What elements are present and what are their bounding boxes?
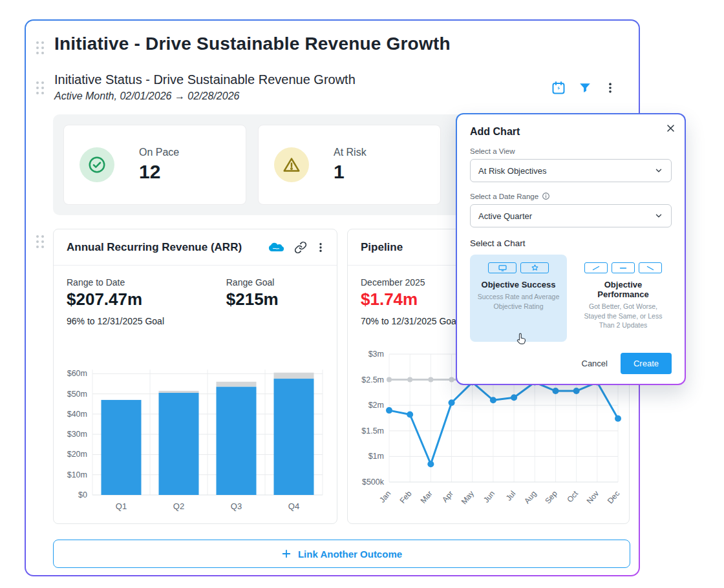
svg-text:$40m: $40m <box>67 410 87 419</box>
info-icon <box>542 192 550 200</box>
add-chart-modal: Add Chart Select a View At Risk Objectiv… <box>456 113 686 385</box>
view-select[interactable]: At Risk Objectives <box>470 159 672 182</box>
svg-text:$30m: $30m <box>67 430 87 439</box>
trend-down-thumb-icon <box>639 262 662 273</box>
svg-text:Feb: Feb <box>398 489 413 505</box>
filter-button[interactable] <box>578 81 592 95</box>
drag-handle[interactable] <box>36 41 44 54</box>
kebab-menu-icon <box>315 241 326 254</box>
view-select-value: At Risk Objectives <box>478 166 546 176</box>
svg-text:Q4: Q4 <box>288 501 299 511</box>
chevron-down-icon <box>654 211 663 220</box>
svg-text:May: May <box>460 489 476 506</box>
svg-text:$500k: $500k <box>362 478 385 487</box>
section-date-range: Active Month, 02/01/2026 → 02/28/2026 <box>54 90 239 102</box>
range-goal-value: $215m <box>226 289 324 310</box>
svg-text:Dec: Dec <box>606 489 621 505</box>
link-another-outcome-button[interactable]: Link Another Outcome <box>53 540 630 568</box>
svg-text:$2.5m: $2.5m <box>361 375 384 384</box>
svg-text:$1m: $1m <box>368 452 384 461</box>
svg-text:$1.5m: $1.5m <box>361 426 384 436</box>
arr-card-header: Annual Recurring Revenue (ARR) <box>54 229 337 266</box>
svg-text:Q1: Q1 <box>116 501 127 511</box>
calendar-button[interactable] <box>551 80 566 96</box>
trend-flat-thumb-icon <box>612 262 635 273</box>
date-range-select-value: Active Quarter <box>478 211 532 221</box>
svg-text:Nov: Nov <box>585 489 601 505</box>
arr-link-button[interactable] <box>294 241 307 254</box>
arr-card: Annual Recurring Revenue (ARR) <box>53 229 337 524</box>
status-card-at-risk[interactable]: At Risk 1 <box>258 125 441 205</box>
drag-handle[interactable] <box>36 81 44 94</box>
objective-success-title: Objective Success <box>475 280 562 289</box>
status-label: On Pace <box>139 147 179 158</box>
status-label: At Risk <box>334 147 367 158</box>
filter-icon <box>578 81 592 95</box>
modal-close-button[interactable] <box>666 123 676 133</box>
plus-icon <box>281 549 292 559</box>
drag-handle[interactable] <box>36 235 44 248</box>
view-field-label: Select a View <box>470 147 672 155</box>
status-card-on-pace[interactable]: On Pace 12 <box>63 125 246 205</box>
arr-stats: Range to Date $207.47m Range Goal $215m … <box>54 266 337 326</box>
page-title: Initiative - Drive Sustainable Revenue G… <box>54 34 451 54</box>
svg-text:$20m: $20m <box>67 450 87 459</box>
arr-menu-button[interactable] <box>315 241 326 254</box>
dashboard: Initiative - Drive Sustainable Revenue G… <box>0 0 724 588</box>
objective-performance-thumbnails <box>580 262 666 273</box>
svg-text:$2m: $2m <box>368 401 384 410</box>
svg-text:Mar: Mar <box>419 489 434 505</box>
objective-performance-title: Objective Performance <box>580 280 666 299</box>
section-toolbar <box>551 80 617 96</box>
svg-text:$3m: $3m <box>368 350 384 359</box>
svg-text:Q2: Q2 <box>173 501 184 511</box>
modal-footer: Cancel Create <box>582 353 672 374</box>
star-thumb-icon <box>520 262 549 273</box>
chart-option-objective-performance[interactable]: Objective Performance Got Better, Got Wo… <box>575 255 672 342</box>
cancel-button[interactable]: Cancel <box>582 359 608 368</box>
chart-option-tiles: Objective Success Success Rate and Avera… <box>470 255 672 342</box>
link-icon <box>294 241 307 254</box>
range-to-date-label: Range to Date <box>67 277 226 288</box>
chevron-down-icon <box>654 166 663 175</box>
svg-text:Q3: Q3 <box>231 501 242 511</box>
at-risk-warning-icon <box>274 147 309 182</box>
gauge-thumb-icon <box>488 262 516 273</box>
date-range-field-label: Select a Date Range <box>470 192 672 200</box>
svg-text:Sep: Sep <box>543 489 559 506</box>
salesforce-icon <box>267 240 286 255</box>
svg-text:Jul: Jul <box>504 489 518 503</box>
range-to-date-value: $207.47m <box>67 289 226 310</box>
date-range-select[interactable]: Active Quarter <box>470 204 672 227</box>
objective-success-thumbnails <box>475 262 562 273</box>
status-count: 12 <box>139 161 179 183</box>
link-another-outcome-label: Link Another Outcome <box>298 549 402 560</box>
svg-text:$0: $0 <box>78 490 87 499</box>
section-title: Initiative Status - Drive Sustainable Re… <box>54 72 356 87</box>
svg-text:$50m: $50m <box>67 390 87 399</box>
kebab-menu-icon <box>604 81 617 95</box>
calendar-icon <box>551 80 566 96</box>
select-chart-label: Select a Chart <box>470 238 672 248</box>
trend-up-thumb-icon <box>584 262 608 273</box>
svg-text:$10m: $10m <box>67 470 87 479</box>
svg-text:Jun: Jun <box>482 489 496 505</box>
svg-text:Oct: Oct <box>565 488 580 504</box>
arr-progress-note: 96% to 12/31/2025 Goal <box>67 316 324 326</box>
svg-text:$60m: $60m <box>67 369 87 378</box>
svg-text:Aug: Aug <box>522 489 538 505</box>
arr-bar-chart: $0$10m$20m$30m$40m$50m$60mQ1Q2Q3Q4 <box>59 362 330 518</box>
modal-title: Add Chart <box>470 126 672 138</box>
on-pace-check-icon <box>80 147 114 182</box>
close-icon <box>666 123 676 133</box>
arr-card-title: Annual Recurring Revenue (ARR) <box>67 241 259 254</box>
objective-performance-description: Got Better, Got Worse, Stayed the Same, … <box>580 302 666 330</box>
create-button[interactable]: Create <box>621 353 672 374</box>
chart-option-objective-success[interactable]: Objective Success Success Rate and Avera… <box>470 255 567 342</box>
svg-text:Apr: Apr <box>440 489 455 504</box>
section-menu-button[interactable] <box>604 81 617 95</box>
status-count: 1 <box>334 161 367 183</box>
cursor-hand-icon <box>515 331 527 346</box>
objective-success-description: Success Rate and Average Objective Ratin… <box>475 292 562 311</box>
range-goal-label: Range Goal <box>226 277 324 288</box>
